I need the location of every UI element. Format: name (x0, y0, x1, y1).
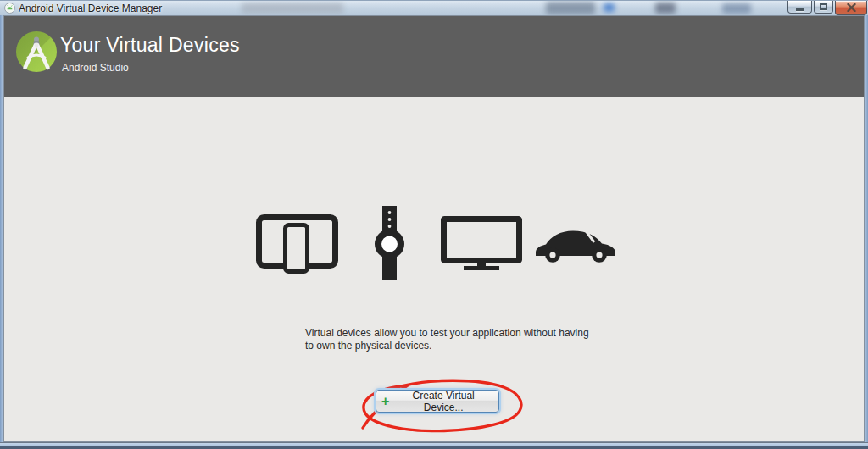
window-controls (787, 1, 867, 15)
content-area: Virtual devices allow you to test your a… (4, 97, 864, 441)
window-title: Android Virtual Device Manager (19, 3, 162, 14)
watch-icon (373, 206, 407, 280)
glass-reflection (242, 3, 343, 14)
window-frame-bottom (0, 442, 868, 449)
close-button[interactable] (835, 1, 867, 15)
header-banner: Your Virtual Devices Android Studio (4, 16, 864, 97)
plus-icon: + (381, 395, 389, 408)
glass-reflection (722, 3, 751, 14)
maximize-icon (820, 3, 827, 10)
android-studio-logo-icon (15, 30, 58, 73)
tablet-phone-icon (256, 214, 338, 274)
car-icon (534, 227, 617, 263)
maximize-button[interactable] (814, 1, 833, 14)
tv-icon (441, 216, 522, 270)
page-subtitle: Android Studio (62, 62, 129, 74)
minimize-icon (796, 8, 804, 11)
create-virtual-device-label: Create Virtual Device... (393, 390, 493, 413)
window-frame-right (865, 15, 868, 442)
app-icon (4, 3, 15, 14)
client-area: Your Virtual Devices Android Studio (3, 15, 865, 442)
create-virtual-device-button[interactable]: + Create Virtual Device... (376, 390, 499, 413)
intro-text: Virtual devices allow you to test your a… (305, 327, 593, 352)
titlebar[interactable]: Android Virtual Device Manager (0, 0, 868, 15)
glass-reflection (655, 3, 676, 14)
close-icon (847, 3, 856, 12)
glass-reflection (604, 3, 615, 12)
avd-manager-window: Android Virtual Device Manager (0, 0, 868, 449)
glass-reflection (546, 2, 595, 14)
page-title: Your Virtual Devices (60, 34, 240, 57)
minimize-button[interactable] (787, 1, 812, 14)
